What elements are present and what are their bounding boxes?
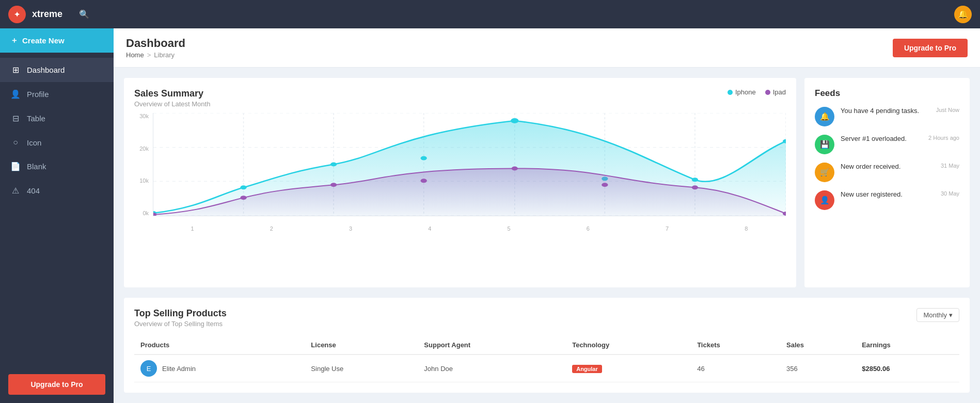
sidebar-upgrade-button[interactable]: Upgrade to Pro [8, 374, 105, 395]
svg-point-12 [240, 185, 246, 189]
col-products: Products [134, 336, 305, 354]
svg-point-13 [330, 163, 337, 167]
table-icon: ⊟ [10, 114, 21, 123]
col-earnings: Earnings [856, 336, 959, 354]
product-avatar: E [140, 360, 157, 377]
sidebar-item-label: Icon [27, 138, 41, 147]
sidebar-item-label: Table [27, 114, 45, 123]
sidebar-item-dashboard[interactable]: ⊞ Dashboard [0, 58, 114, 82]
user-avatar[interactable]: 🔔 [954, 6, 972, 23]
topnav: ✦ xtreme 🔍 🔔 [0, 0, 980, 28]
svg-point-17 [692, 178, 698, 182]
chart-y-labels: 30k 20k 10k 0k [134, 113, 151, 216]
y-label-10k: 10k [134, 178, 149, 184]
page-header: Dashboard Home > Library Upgrade to Pro [114, 28, 980, 68]
sales-title: Sales Summary [134, 88, 210, 99]
feed-icon-3: 👤 [815, 190, 834, 210]
legend-dot-ipad [765, 90, 770, 95]
chart-svg [153, 113, 786, 216]
monthly-label: Monthly [923, 311, 947, 319]
x-label-8: 8 [745, 225, 748, 232]
chevron-down-icon: ▾ [949, 311, 953, 319]
table-head: Products License Support Agent Technolog… [134, 336, 959, 354]
sidebar-item-label: Blank [27, 162, 46, 171]
feed-text-1: Server #1 overloaded. [841, 135, 922, 142]
product-name: Elite Admin [162, 365, 196, 373]
legend-label-iphone: Iphone [735, 88, 756, 96]
svg-point-22 [421, 179, 427, 183]
chart-header: Sales Summary Overview of Latest Month I… [134, 88, 786, 108]
y-label-20k: 20k [134, 146, 149, 152]
tech-badge: Angular [572, 365, 602, 373]
legend-dot-iphone [728, 90, 733, 95]
feed-icon-0: 🔔 [815, 107, 834, 126]
header-left: Dashboard Home > Library [126, 37, 185, 59]
feed-text-2: New order received. [841, 163, 935, 170]
products-table: Products License Support Agent Technolog… [134, 336, 959, 382]
create-new-button[interactable]: ＋ Create New [0, 28, 114, 53]
feed-message-3: New user registered. [841, 190, 935, 198]
table-header-row: Products License Support Agent Technolog… [134, 336, 959, 354]
feed-time-1: 2 Hours ago [928, 135, 959, 141]
svg-point-21 [330, 183, 337, 187]
breadcrumb: Home > Library [126, 51, 185, 59]
product-cell: E Elite Admin [140, 360, 298, 377]
sidebar-item-label: Dashboard [27, 66, 65, 74]
feed-message-1: Server #1 overloaded. [841, 135, 922, 142]
cell-agent: John Doe [418, 354, 566, 382]
feed-item-2: 🛒 New order received. 31 May [815, 163, 959, 182]
feed-icon-1: 💾 [815, 135, 834, 154]
feed-text-3: New user registered. [841, 190, 935, 198]
sidebar-item-label: 404 [27, 186, 40, 195]
sidebar: ＋ Create New ⊞ Dashboard 👤 Profile ⊟ Tab… [0, 28, 114, 403]
products-card: Top Selling Products Overview of Top Sel… [124, 298, 970, 393]
chart-wrap: 30k 20k 10k 0k [134, 113, 786, 232]
feed-icon-2: 🛒 [815, 163, 834, 182]
sidebar-item-profile[interactable]: 👤 Profile [0, 82, 114, 106]
monthly-dropdown[interactable]: Monthly ▾ [916, 308, 959, 322]
blank-icon: 📄 [10, 162, 21, 171]
sidebar-item-404[interactable]: ⚠ 404 [0, 179, 114, 203]
dashboard-icon: ⊞ [10, 65, 21, 75]
col-tech: Technology [566, 336, 691, 354]
table-row: E Elite Admin Single Use John Doe Angula… [134, 354, 959, 382]
feeds-card: Feeds 🔔 You have 4 pending tasks. Just N… [804, 78, 970, 287]
404-icon: ⚠ [10, 186, 21, 196]
svg-point-23 [512, 166, 518, 170]
plus-icon: ＋ [10, 36, 18, 45]
products-header: Top Selling Products Overview of Top Sel… [134, 308, 959, 328]
topnav-left: ✦ xtreme 🔍 [8, 6, 89, 23]
svg-point-24 [602, 183, 608, 187]
breadcrumb-separator: > [147, 51, 151, 59]
products-title: Top Selling Products [134, 308, 227, 319]
products-title-block: Top Selling Products Overview of Top Sel… [134, 308, 227, 328]
svg-point-20 [240, 196, 246, 200]
sales-subtitle: Overview of Latest Month [134, 100, 210, 108]
breadcrumb-home[interactable]: Home [126, 51, 144, 59]
cell-sales: 356 [780, 354, 856, 382]
cell-technology: Angular [566, 354, 691, 382]
header-upgrade-button[interactable]: Upgrade to Pro [893, 39, 968, 57]
feed-item-0: 🔔 You have 4 pending tasks. Just Now [815, 107, 959, 126]
x-label-2: 2 [270, 225, 273, 232]
col-license: License [305, 336, 418, 354]
chart-legend: Iphone Ipad [728, 88, 786, 96]
sidebar-item-blank[interactable]: 📄 Blank [0, 154, 114, 179]
cell-product: E Elite Admin [134, 354, 305, 382]
sidebar-item-icon[interactable]: ○ Icon [0, 131, 114, 154]
table-body: E Elite Admin Single Use John Doe Angula… [134, 354, 959, 382]
main-content: Dashboard Home > Library Upgrade to Pro … [114, 28, 980, 403]
products-subtitle: Overview of Top Selling Items [134, 320, 227, 328]
feed-time-2: 31 May [941, 163, 959, 169]
sales-summary-card: Sales Summary Overview of Latest Month I… [124, 78, 796, 287]
feed-message-0: You have 4 pending tasks. [841, 107, 930, 115]
sidebar-item-table[interactable]: ⊟ Table [0, 106, 114, 131]
legend-ipad: Ipad [765, 88, 786, 96]
sidebar-item-label: Profile [27, 90, 49, 99]
brand-name: xtreme [32, 9, 62, 20]
breadcrumb-current: Library [154, 51, 175, 59]
search-icon[interactable]: 🔍 [79, 9, 89, 19]
y-label-30k: 30k [134, 113, 149, 119]
content-area: Sales Summary Overview of Latest Month I… [114, 68, 980, 298]
cell-tickets: 46 [691, 354, 780, 382]
